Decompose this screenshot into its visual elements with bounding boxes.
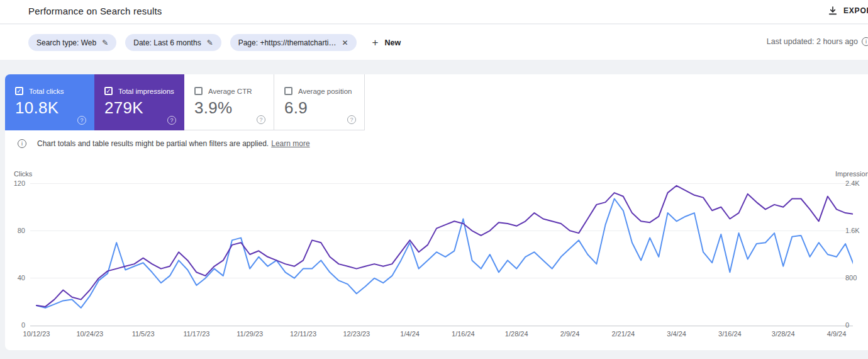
filter-chip-search-type[interactable]: Search type: Web ✎ [28, 34, 116, 51]
banner-text: Chart totals and table results might be … [37, 139, 310, 148]
header: Performance on Search results EXPORT [0, 0, 868, 24]
performance-chart[interactable]: Clicks Impressions 120804002.4K1.6K8000 … [5, 167, 868, 350]
x-axis-label: 1/4/24 [400, 330, 420, 338]
last-updated-text: Last updated: 2 hours ago [767, 37, 858, 46]
x-axis-label: 10/24/23 [76, 330, 103, 338]
filter-chips: Search type: Web ✎ Date: Last 6 months ✎… [28, 34, 401, 51]
right-axis-tick: 1.6K [845, 226, 868, 235]
right-axis-tick: 800 [845, 273, 868, 282]
last-updated: Last updated: 2 hours ago i [767, 37, 868, 46]
x-axis-label: 11/17/23 [183, 330, 209, 338]
metric-card-total-impressions[interactable]: ✓ Total impressions 279K ? [94, 74, 184, 130]
x-axis-line [30, 326, 853, 326]
export-label: EXPORT [843, 6, 868, 15]
left-axis-tick: 80 [5, 226, 25, 235]
edit-icon[interactable]: ✎ [207, 38, 213, 47]
x-axis-label: 3/28/24 [772, 330, 795, 338]
left-axis-tick: 120 [5, 179, 25, 188]
metric-card-average-position[interactable]: Average position 6.9 ? [274, 74, 365, 130]
x-axis-label: 2/21/24 [611, 330, 635, 338]
checkbox-total-clicks[interactable]: ✓ [15, 87, 23, 95]
filter-chip-label: Page: +https://thematcharti… [238, 38, 337, 47]
metric-label: Average position [298, 88, 352, 95]
check-icon: ✓ [16, 88, 21, 94]
export-button[interactable]: EXPORT [828, 6, 868, 16]
page-title: Performance on Search results [28, 6, 162, 16]
left-axis-title: Clicks [14, 170, 32, 178]
x-axis-label: 11/29/23 [236, 330, 263, 338]
metric-label: Total clicks [29, 88, 64, 95]
chart-svg [30, 179, 853, 326]
metric-value: 10.8K [15, 98, 58, 118]
search-console-performance-page: { "header": { "title": "Performance on S… [0, 0, 868, 359]
series-line-impressions [36, 186, 853, 307]
info-icon[interactable]: i [862, 37, 868, 46]
help-icon[interactable]: ? [257, 115, 265, 124]
right-axis-tick: 0 [845, 321, 868, 329]
right-axis-tick: 2.4K [845, 179, 868, 188]
edit-icon[interactable]: ✎ [102, 38, 108, 47]
new-filter-button[interactable]: + New [372, 37, 401, 48]
filter-bar: Search type: Web ✎ Date: Last 6 months ✎… [0, 25, 868, 60]
checkbox-total-impressions[interactable]: ✓ [104, 87, 113, 95]
x-axis-label: 12/11/23 [290, 330, 316, 338]
check-icon: ✓ [106, 88, 111, 94]
left-axis-tick: 40 [5, 273, 25, 282]
metric-value: 3.9% [194, 98, 232, 118]
checkbox-average-ctr[interactable] [194, 87, 203, 95]
x-axis-label: 4/9/24 [827, 330, 847, 338]
metric-card-total-clicks[interactable]: ✓ Total clicks 10.8K ? [5, 74, 94, 130]
filter-chip-label: Search type: Web [36, 38, 96, 47]
x-axis-label: 12/23/23 [343, 330, 370, 338]
partial-data-banner: i Chart totals and table results might b… [18, 139, 310, 148]
x-axis-label: 3/4/24 [667, 330, 686, 338]
performance-card: ✓ Total clicks 10.8K ? ✓ Total impressio… [5, 74, 868, 350]
checkbox-average-position[interactable] [284, 87, 292, 95]
info-icon: i [18, 139, 26, 148]
help-icon[interactable]: ? [77, 116, 86, 125]
series-line-clicks [36, 199, 853, 308]
close-icon[interactable]: ✕ [342, 38, 348, 47]
x-axis-label: 1/16/24 [452, 330, 475, 338]
x-axis-label: 10/12/23 [23, 330, 50, 338]
learn-more-link[interactable]: Learn more [271, 139, 309, 148]
metric-value: 6.9 [284, 98, 308, 118]
filter-chip-date[interactable]: Date: Last 6 months ✎ [125, 34, 221, 51]
x-axis-label: 1/28/24 [505, 330, 528, 338]
new-filter-label: New [384, 38, 401, 47]
left-axis-tick: 0 [5, 321, 25, 329]
x-axis-label: 11/5/23 [132, 330, 155, 338]
right-axis-title: Impressions [835, 170, 868, 178]
help-icon[interactable]: ? [167, 116, 176, 125]
x-axis-label: 2/9/24 [560, 330, 580, 338]
x-axis-label: 3/16/24 [718, 330, 742, 338]
metric-card-average-ctr[interactable]: Average CTR 3.9% ? [184, 74, 274, 130]
filter-chip-page[interactable]: Page: +https://thematcharti… ✕ [230, 34, 357, 51]
filter-chip-label: Date: Last 6 months [133, 38, 201, 47]
plus-icon: + [372, 37, 379, 48]
metric-label: Total impressions [118, 88, 174, 95]
download-icon [828, 6, 838, 16]
help-icon[interactable]: ? [347, 115, 356, 124]
metric-label: Average CTR [208, 88, 252, 95]
metric-value: 279K [104, 98, 143, 118]
